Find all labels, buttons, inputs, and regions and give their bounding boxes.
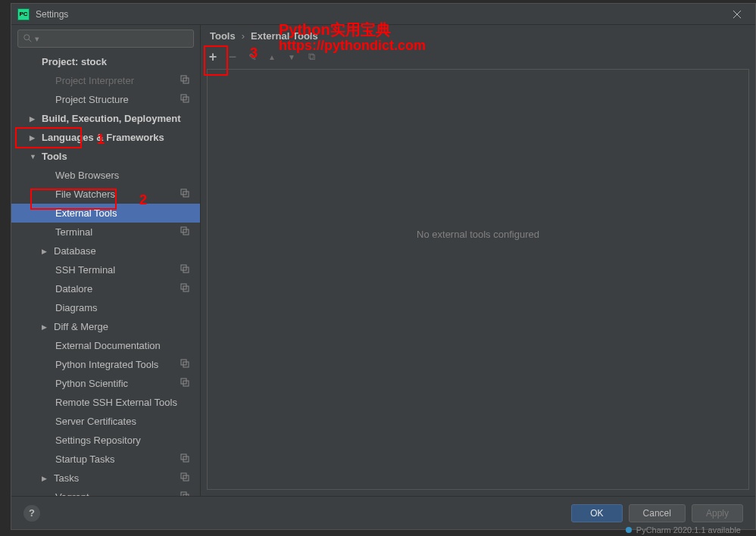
pycharm-icon: PC bbox=[17, 8, 30, 20]
sidebar-item-python-scientific[interactable]: Python Scientific bbox=[11, 374, 200, 393]
sidebar-item-project-stock[interactable]: Project: stock bbox=[11, 52, 200, 71]
empty-state-text: No external tools configured bbox=[417, 229, 539, 240]
sidebar-item-label: Settings Repository bbox=[55, 435, 141, 446]
window-title: Settings bbox=[36, 9, 725, 20]
project-scope-icon bbox=[180, 491, 189, 496]
cancel-button[interactable]: Cancel bbox=[629, 504, 686, 522]
project-scope-icon bbox=[180, 378, 189, 389]
sidebar-item-tools[interactable]: ▼Tools bbox=[11, 147, 200, 166]
sidebar-item-build-execution-deployment[interactable]: ▶Build, Execution, Deployment bbox=[11, 109, 200, 128]
tools-list-panel: No external tools configured bbox=[207, 69, 749, 490]
chevron-down-icon: ▼ bbox=[30, 153, 39, 160]
project-scope-icon bbox=[180, 359, 189, 370]
sidebar-item-label: Python Integrated Tools bbox=[55, 359, 158, 370]
project-scope-icon bbox=[180, 75, 189, 86]
sidebar-item-vagrant[interactable]: Vagrant bbox=[11, 488, 200, 496]
breadcrumb-tools: Tools bbox=[210, 30, 236, 42]
sidebar-item-languages-frameworks[interactable]: ▶Languages & Frameworks bbox=[11, 128, 200, 147]
sidebar-item-label: Web Browsers bbox=[55, 170, 119, 181]
sidebar-item-diagrams[interactable]: Diagrams bbox=[11, 298, 200, 317]
apply-button[interactable]: Apply bbox=[692, 504, 743, 522]
close-icon[interactable] bbox=[725, 4, 749, 25]
project-scope-icon bbox=[180, 453, 189, 465]
sidebar-item-label: Project Structure bbox=[55, 94, 129, 105]
breadcrumb-external-tools: External Tools bbox=[251, 30, 318, 42]
sidebar-item-startup-tasks[interactable]: Startup Tasks bbox=[11, 450, 200, 469]
sidebar-item-label: Remote SSH External Tools bbox=[55, 397, 177, 408]
sidebar-item-label: Diagrams bbox=[55, 302, 98, 313]
sidebar-item-server-certificates[interactable]: Server Certificates bbox=[11, 412, 200, 431]
project-scope-icon bbox=[180, 189, 189, 200]
breadcrumb: Tools › External Tools bbox=[201, 25, 755, 46]
chevron-right-icon: ▶ bbox=[42, 248, 51, 255]
sidebar-item-label: Vagrant bbox=[55, 491, 89, 496]
sidebar-item-web-browsers[interactable]: Web Browsers bbox=[11, 166, 200, 185]
sidebar-item-external-documentation[interactable]: External Documentation bbox=[11, 336, 200, 355]
sidebar-item-label: Startup Tasks bbox=[55, 453, 115, 465]
settings-tree[interactable]: Project: stockProject InterpreterProject… bbox=[11, 52, 200, 496]
sidebar-item-diff-merge[interactable]: ▶Diff & Merge bbox=[11, 317, 200, 336]
chevron-right-icon: ▶ bbox=[30, 115, 39, 123]
svg-point-0 bbox=[24, 35, 30, 40]
sidebar-item-label: External Tools bbox=[55, 207, 117, 219]
settings-dialog: PC Settings ▾ Project: stockProject Inte… bbox=[11, 3, 756, 530]
move-down-button[interactable]: ▼ bbox=[283, 48, 301, 66]
chevron-right-icon: ▶ bbox=[42, 475, 51, 482]
add-button[interactable]: + bbox=[204, 48, 222, 66]
sidebar-item-project-structure[interactable]: Project Structure bbox=[11, 90, 200, 109]
sidebar-item-tasks[interactable]: ▶Tasks bbox=[11, 469, 200, 488]
sidebar-item-label: Languages & Frameworks bbox=[42, 132, 164, 143]
sidebar-item-label: Diff & Merge bbox=[54, 321, 108, 332]
sidebar-item-label: External Documentation bbox=[55, 340, 161, 351]
sidebar-item-label: Tools bbox=[42, 151, 67, 162]
help-button[interactable]: ? bbox=[23, 505, 40, 522]
sidebar-item-database[interactable]: ▶Database bbox=[11, 242, 200, 260]
ide-statusbar: PyCharm 2020.1.1 available bbox=[626, 524, 756, 536]
statusbar-text: PyCharm 2020.1.1 available bbox=[636, 525, 741, 534]
sidebar: ▾ Project: stockProject InterpreterProje… bbox=[11, 25, 201, 496]
move-up-button[interactable]: ▲ bbox=[263, 48, 281, 66]
content-pane: Tools › External Tools + − ✎ ▲ ▼ ⧉ No ex… bbox=[201, 25, 755, 496]
project-scope-icon bbox=[180, 283, 189, 294]
toolbar: + − ✎ ▲ ▼ ⧉ bbox=[201, 46, 755, 67]
breadcrumb-separator: › bbox=[242, 30, 245, 42]
project-scope-icon bbox=[180, 226, 189, 238]
sidebar-item-label: Build, Execution, Deployment bbox=[42, 113, 180, 124]
sidebar-item-label: Project Interpreter bbox=[55, 75, 134, 86]
sidebar-item-datalore[interactable]: Datalore bbox=[11, 279, 200, 298]
sidebar-item-project-interpreter[interactable]: Project Interpreter bbox=[11, 71, 200, 90]
sidebar-item-remote-ssh-external-tools[interactable]: Remote SSH External Tools bbox=[11, 393, 200, 412]
project-scope-icon bbox=[180, 472, 189, 484]
sidebar-item-settings-repository[interactable]: Settings Repository bbox=[11, 431, 200, 450]
project-scope-icon bbox=[180, 94, 189, 105]
project-scope-icon bbox=[180, 264, 189, 276]
edit-button[interactable]: ✎ bbox=[243, 48, 261, 66]
sidebar-item-label: Datalore bbox=[55, 283, 92, 294]
sidebar-item-python-integrated-tools[interactable]: Python Integrated Tools bbox=[11, 355, 200, 374]
sidebar-item-label: SSH Terminal bbox=[55, 264, 115, 276]
sidebar-item-label: Project: stock bbox=[42, 56, 107, 67]
update-indicator-icon bbox=[626, 527, 632, 533]
sidebar-item-label: File Watchers bbox=[55, 189, 115, 200]
titlebar: PC Settings bbox=[11, 4, 755, 25]
sidebar-item-label: Server Certificates bbox=[55, 416, 136, 427]
sidebar-item-label: Tasks bbox=[54, 472, 79, 484]
ok-button[interactable]: OK bbox=[571, 504, 622, 522]
sidebar-item-label: Database bbox=[54, 245, 96, 257]
chevron-right-icon: ▶ bbox=[42, 323, 51, 331]
sidebar-item-external-tools[interactable]: External Tools bbox=[11, 204, 200, 223]
sidebar-item-file-watchers[interactable]: File Watchers bbox=[11, 185, 200, 204]
chevron-right-icon: ▶ bbox=[30, 134, 39, 142]
copy-button[interactable]: ⧉ bbox=[302, 48, 320, 66]
sidebar-item-label: Python Scientific bbox=[55, 378, 128, 389]
remove-button[interactable]: − bbox=[223, 48, 242, 66]
sidebar-item-terminal[interactable]: Terminal bbox=[11, 223, 200, 242]
sidebar-item-ssh-terminal[interactable]: SSH Terminal bbox=[11, 260, 200, 279]
sidebar-item-label: Terminal bbox=[55, 226, 92, 238]
search-input[interactable]: ▾ bbox=[17, 30, 194, 48]
